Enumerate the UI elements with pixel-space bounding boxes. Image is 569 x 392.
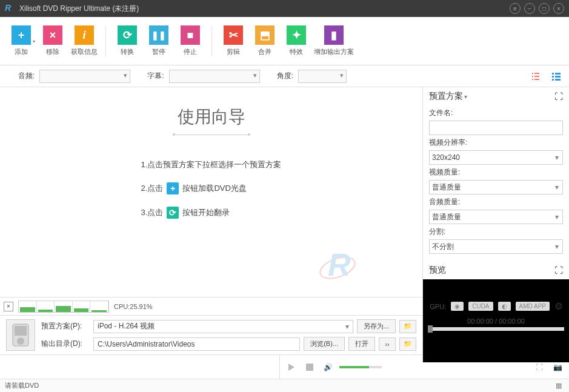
preset-header-label: 预置方案 xyxy=(429,91,463,102)
getinfo-button[interactable]: i 获取信息 xyxy=(69,25,99,56)
split-select[interactable]: 不分割 xyxy=(429,239,563,254)
x-icon: × xyxy=(43,25,62,45)
svg-rect-12 xyxy=(555,79,561,81)
output-value: C:\Users\Administrator\Videos xyxy=(98,340,195,348)
pause-label: 暂停 xyxy=(152,47,165,56)
minimize-button[interactable]: − xyxy=(524,3,535,14)
gpu-label: GPU: xyxy=(430,303,446,310)
svg-rect-9 xyxy=(552,76,554,78)
addprofile-button[interactable]: ▮ 增加输出方案 xyxy=(313,25,355,56)
close-stats-button[interactable]: × xyxy=(4,302,13,311)
stop-button[interactable]: ■ 停止 xyxy=(175,25,205,56)
expand-icon[interactable]: ⛶ xyxy=(554,265,563,275)
svg-marker-18 xyxy=(288,364,294,371)
addprofile-label: 增加输出方案 xyxy=(314,47,354,56)
aq-select[interactable]: 普通质量 xyxy=(429,210,563,224)
columns-icon[interactable]: ▥ xyxy=(553,380,564,391)
expand-icon[interactable]: ⛶ xyxy=(554,91,563,101)
clip-button[interactable]: ✂ 剪辑 xyxy=(218,25,248,56)
effect-button[interactable]: ✦ 特效 xyxy=(281,25,311,56)
output-path-input[interactable]: C:\Users\Administrator\Videos xyxy=(93,337,300,351)
amd-icon: ◐ xyxy=(498,302,511,311)
aq-label: 音频质量: xyxy=(429,197,563,207)
watermark-logo-icon: R xyxy=(313,241,362,291)
fullscreen-icon[interactable]: ⛶ xyxy=(533,360,546,374)
saveas-button[interactable]: 另存为... xyxy=(357,319,396,333)
convert-icon: ⟳ xyxy=(167,207,179,219)
svg-rect-16 xyxy=(15,326,27,336)
remove-button[interactable]: × 移除 xyxy=(38,25,68,56)
volume-slider[interactable] xyxy=(339,366,382,368)
profile-folder-button[interactable]: 📁 xyxy=(399,320,416,333)
status-text: 请装载DVD xyxy=(5,381,39,390)
plus-icon: + xyxy=(167,182,179,194)
detail-view-button[interactable] xyxy=(550,70,563,83)
aq-value: 普通质量 xyxy=(432,212,461,222)
preview-label: 预览 xyxy=(429,265,446,276)
window-title: Xilisoft DVD Ripper Ultimate (未注册) xyxy=(19,4,510,14)
cpu-label: CPU:25.91% xyxy=(114,303,153,310)
convert-button[interactable]: ⟳ 转换 xyxy=(112,25,142,56)
preset-header: 预置方案 ▾ ⛶ xyxy=(423,87,569,105)
merge-button[interactable]: ⬒ 合并 xyxy=(250,25,280,56)
filename-label: 文件名: xyxy=(429,108,563,118)
help-button[interactable]: ≡ xyxy=(510,3,521,14)
svg-rect-7 xyxy=(552,73,554,75)
step1-text: 1.点击预置方案下拉框选择一个预置方案 xyxy=(141,159,282,170)
browse-button[interactable]: 浏览(B)... xyxy=(304,337,345,351)
merge-icon: ⬒ xyxy=(255,25,275,45)
info-icon: i xyxy=(75,25,94,45)
angle-label: 角度: xyxy=(277,71,293,81)
play-button[interactable] xyxy=(285,360,298,374)
list-view-button[interactable] xyxy=(529,70,542,83)
angle-select[interactable] xyxy=(298,70,347,83)
vres-value: 320x240 xyxy=(432,153,460,162)
main-panel: 使用向导 1.点击预置方案下拉框选择一个预置方案 2.点击 + 按钮加载DVD光… xyxy=(0,87,422,297)
vq-select[interactable]: 普通质量 xyxy=(429,180,563,194)
playback-time-panel: 00:00:00 / 00:00:00 xyxy=(422,315,569,354)
titlebar: R Xilisoft DVD Ripper Ultimate (未注册) ≡ −… xyxy=(0,0,569,17)
open-label: 打开 xyxy=(355,340,368,347)
browse-label: 浏览(B)... xyxy=(310,340,338,347)
open-button[interactable]: 打开 xyxy=(348,337,375,351)
output-folder-button[interactable]: 📁 xyxy=(399,337,416,351)
step2-text-a: 2.点击 xyxy=(141,183,164,194)
status-bar: 请装载DVD ▥ xyxy=(0,379,569,392)
chevron-down-icon[interactable]: ▾ xyxy=(464,93,467,100)
merge-label: 合并 xyxy=(258,47,271,56)
vq-label: 视频质量: xyxy=(429,167,563,178)
scissors-icon: ✂ xyxy=(224,25,243,45)
output-label: 输出目录(D): xyxy=(41,339,90,349)
vres-select[interactable]: 320x240 xyxy=(429,150,563,165)
audio-label: 音频: xyxy=(18,71,35,81)
more-button[interactable]: ›› xyxy=(379,337,396,351)
pause-icon: ❚❚ xyxy=(149,25,168,45)
pause-button[interactable]: ❚❚ 暂停 xyxy=(144,25,174,56)
stop-playback-button[interactable] xyxy=(303,360,316,374)
getinfo-label: 获取信息 xyxy=(71,47,98,56)
maximize-button[interactable]: □ xyxy=(539,3,550,14)
seek-slider[interactable] xyxy=(428,327,564,331)
snapshot-icon[interactable]: 📷 xyxy=(551,360,564,374)
wizard-step-1: 1.点击预置方案下拉框选择一个预置方案 xyxy=(141,159,282,170)
svg-text:R: R xyxy=(328,247,351,282)
main-toolbar: + ▾ 添加 × 移除 i 获取信息 ⟳ 转换 ❚❚ 暂停 ■ 停止 ✂ 剪 xyxy=(0,17,569,65)
time-total: 00:00:00 xyxy=(499,317,525,325)
gear-icon[interactable]: ⚙ xyxy=(554,301,563,312)
wizard-title: 使用向导 xyxy=(178,105,245,128)
app-logo-icon: R xyxy=(5,4,15,13)
svg-rect-11 xyxy=(552,79,554,81)
stop-icon: ■ xyxy=(181,25,200,45)
subtitle-select[interactable] xyxy=(169,70,260,83)
profile-select[interactable]: iPod - H.264 视频 xyxy=(93,320,353,333)
split-value: 不分割 xyxy=(432,242,454,252)
audio-select[interactable] xyxy=(39,70,130,83)
filename-input[interactable] xyxy=(429,121,563,135)
convert-label: 转换 xyxy=(121,47,134,56)
volume-icon[interactable]: 🔊 xyxy=(321,360,334,374)
divider xyxy=(175,135,248,135)
timecode: 00:00:00 / 00:00:00 xyxy=(467,317,525,325)
add-button[interactable]: + ▾ 添加 xyxy=(6,25,36,56)
subtitle-label: 字幕: xyxy=(147,71,164,81)
close-button[interactable]: × xyxy=(553,3,564,14)
